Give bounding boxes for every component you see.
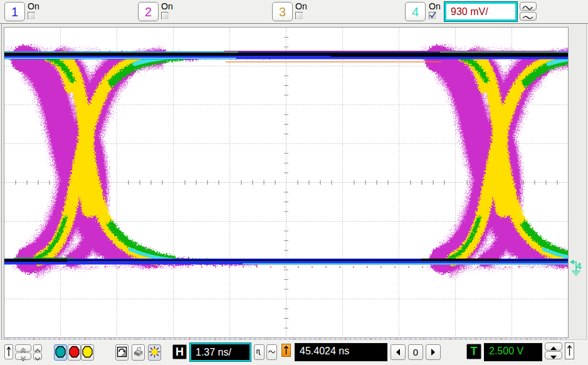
svg-text:4: 4 [577, 261, 582, 271]
